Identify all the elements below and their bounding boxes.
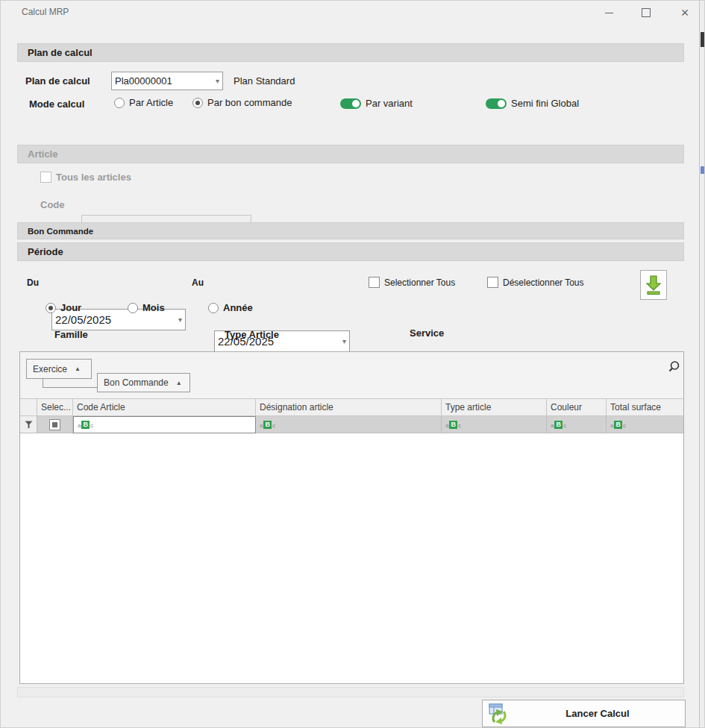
abc-filter-icon — [551, 421, 566, 429]
section-header-plan-de-calcul: Plan de calcul — [17, 43, 684, 62]
grid-search-button[interactable] — [666, 360, 681, 374]
header-total-surface[interactable]: Total surface — [607, 398, 683, 416]
checkbox-selectionner-tous-group[interactable]: Selectionner Tous — [369, 277, 455, 288]
selectionner-tous-label: Selectionner Tous — [384, 277, 455, 288]
filter-total-surface-cell[interactable] — [607, 416, 683, 433]
filter-designation-article-cell[interactable] — [256, 416, 442, 433]
group-exercice-label: Exercice — [33, 364, 67, 374]
checkbox-deselectionner-tous-group[interactable]: Déselectionner Tous — [487, 277, 584, 288]
tous-les-articles-label: Tous les articles — [56, 172, 131, 183]
toggle-par-variant-label: Par variant — [366, 98, 413, 109]
header-indicator-cell — [20, 398, 37, 416]
bon-commande-grid: Exercice Bon Commande Selec... Code Arti… — [19, 351, 684, 684]
lancer-calcul-button[interactable]: Lancer Calcul — [482, 700, 686, 727]
section-header-bon-commande: Bon Commande — [17, 222, 684, 239]
toggle-par-variant[interactable] — [340, 98, 361, 109]
abc-filter-icon — [445, 421, 461, 429]
plan-standard-text: Plan Standard — [234, 75, 295, 87]
window-title: Calcul MRP — [22, 7, 69, 17]
filter-funnel-icon — [25, 421, 33, 429]
filter-code-article-cell[interactable] — [73, 416, 256, 433]
group-bon-commande-label: Bon Commande — [104, 377, 169, 388]
du-label: Du — [27, 277, 39, 288]
radio-jour-group[interactable]: Jour — [46, 302, 81, 313]
toggle-semi-fini-group[interactable]: Semi fini Global — [486, 98, 579, 109]
header-designation-article[interactable]: Désignation article — [256, 398, 442, 416]
minimize-button[interactable] — [598, 4, 620, 21]
select-all-indeterminate-checkbox[interactable] — [49, 419, 60, 430]
radio-par-bon-commande-label: Par bon commande — [207, 97, 292, 108]
filter-couleur-cell[interactable] — [547, 416, 607, 433]
abc-filter-icon — [610, 421, 626, 429]
section-title: Plan de calcul — [28, 47, 93, 58]
checkbox-selectionner-tous[interactable] — [369, 277, 380, 288]
filter-row-indicator[interactable] — [20, 416, 37, 433]
download-button[interactable] — [640, 270, 667, 300]
right-edge-dark-mark — [701, 32, 705, 47]
radio-par-article-circle[interactable] — [114, 98, 125, 108]
sort-asc-icon — [75, 365, 81, 372]
code-label: Code — [40, 199, 65, 210]
radio-mois-label: Mois — [142, 302, 165, 313]
header-selec[interactable]: Selec... — [37, 398, 73, 416]
header-code-article[interactable]: Code Article — [73, 398, 256, 416]
search-icon — [666, 360, 681, 374]
sort-asc-icon — [176, 380, 182, 386]
radio-par-article[interactable]: Par Article — [114, 97, 173, 108]
famille-label: Famille — [54, 329, 88, 340]
mode-calcul-label: Mode calcul — [29, 98, 84, 110]
checkbox-deselectionner-tous[interactable] — [487, 277, 498, 288]
header-type-article[interactable]: Type article — [442, 398, 547, 416]
section-title: Période — [28, 246, 63, 257]
deselectionner-tous-label: Déselectionner Tous — [503, 277, 584, 288]
radio-mois[interactable] — [128, 303, 138, 313]
checkbox-tous-les-articles-group: Tous les articles — [40, 172, 131, 183]
radio-mois-group[interactable]: Mois — [128, 302, 165, 313]
au-label: Au — [192, 277, 204, 288]
radio-annee-label: Année — [223, 302, 253, 313]
radio-jour[interactable] — [46, 303, 56, 313]
toggle-par-variant-group[interactable]: Par variant — [340, 98, 413, 109]
toggle-semi-fini-label: Semi fini Global — [511, 98, 579, 109]
status-strip — [17, 687, 684, 697]
abc-filter-icon — [260, 421, 275, 429]
radio-jour-label: Jour — [60, 302, 81, 313]
toggle-semi-fini-global[interactable] — [486, 98, 507, 109]
plan-de-calcul-combo[interactable]: Pla00000001 — [111, 72, 223, 90]
grid-body-empty[interactable] — [20, 433, 683, 683]
calcul-mrp-window: Calcul MRP Plan de calcul Plan de calcul… — [0, 0, 705, 728]
type-article-label: Type Article — [225, 329, 279, 340]
header-couleur[interactable]: Couleur — [547, 398, 607, 416]
group-connector-line — [43, 379, 97, 388]
radio-annee[interactable] — [208, 303, 219, 313]
checkbox-tous-les-articles — [40, 172, 51, 183]
calcul-refresh-icon — [488, 703, 510, 725]
section-title: Bon Commande — [28, 227, 93, 236]
radio-par-article-label: Par Article — [129, 97, 173, 108]
download-arrow-icon — [645, 275, 662, 295]
group-box-bon-commande[interactable]: Bon Commande — [97, 373, 190, 392]
du-date-value: 22/05/2025 — [55, 313, 175, 326]
service-label: Service — [410, 327, 444, 339]
radio-annee-group[interactable]: Année — [208, 302, 253, 313]
section-title: Article — [28, 148, 57, 160]
right-edge-strip — [699, 1, 705, 728]
radio-par-bon-commande[interactable]: Par bon commande — [192, 97, 292, 108]
close-button[interactable] — [674, 4, 696, 21]
abc-filter-icon — [78, 421, 93, 429]
plan-de-calcul-value: Pla00000001 — [115, 75, 213, 87]
group-box-exercice[interactable]: Exercice — [26, 359, 92, 379]
section-header-periode: Période — [17, 242, 684, 261]
lancer-calcul-label: Lancer Calcul — [510, 708, 685, 719]
radio-par-bon-commande-circle[interactable] — [192, 98, 203, 108]
grid-filter-row — [20, 416, 683, 433]
filter-type-article-cell[interactable] — [442, 416, 547, 433]
plan-de-calcul-label: Plan de calcul — [25, 75, 90, 87]
maximize-button[interactable] — [635, 4, 657, 21]
filter-selec-checkbox-cell[interactable] — [37, 416, 73, 433]
section-header-article: Article — [17, 145, 684, 163]
right-edge-blue-mark — [701, 166, 705, 174]
grid-header-row: Selec... Code Article Désignation articl… — [20, 398, 683, 416]
